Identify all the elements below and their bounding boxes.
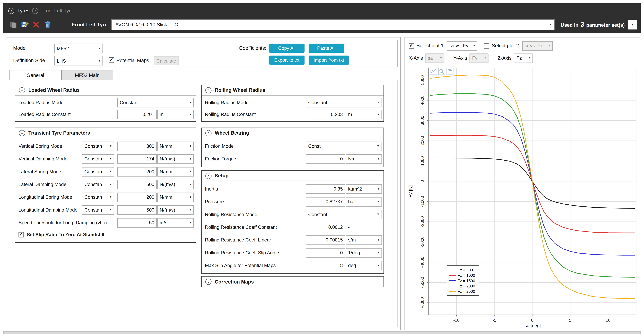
value-input[interactable]: 300 bbox=[117, 142, 157, 151]
expand-icon[interactable]: ∨ bbox=[205, 278, 212, 285]
unit-select[interactable]: 1/deg ▾ bbox=[346, 248, 382, 258]
chevron-down-icon: ▾ bbox=[108, 196, 112, 199]
plot1-type-select[interactable]: sa vs. Fy ▾ bbox=[447, 41, 477, 50]
chart-line-tool-icon[interactable] bbox=[430, 68, 437, 75]
transient-row: Vertical Damping Mode Constant ▾ 174 N/(… bbox=[18, 154, 192, 164]
used-in-dropdown[interactable]: ▾ bbox=[628, 20, 637, 30]
import-from-txt-button[interactable]: Import from txt bbox=[308, 56, 349, 64]
mode-select[interactable]: Constant ▾ bbox=[82, 167, 114, 176]
save-edit-icon[interactable] bbox=[20, 20, 30, 30]
inertia-input[interactable]: 0.35 bbox=[306, 184, 345, 194]
slip-ratio-checkbox[interactable] bbox=[18, 232, 24, 237]
value-input[interactable]: 200 bbox=[117, 192, 157, 202]
unit-select[interactable]: bar ▾ bbox=[346, 197, 382, 206]
unit-select[interactable]: m ▾ bbox=[346, 110, 382, 119]
speed-threshold-input[interactable]: 50 bbox=[117, 218, 157, 228]
rolling-resistance-mode-select[interactable]: Constant ▾ bbox=[306, 210, 382, 219]
x-axis-select[interactable]: sa ▾ bbox=[425, 53, 444, 63]
chevron-down-icon: ▾ bbox=[376, 264, 380, 267]
collapse-icon[interactable]: ∧ bbox=[205, 130, 212, 136]
y-axis-select[interactable]: Fy ▾ bbox=[470, 53, 488, 63]
rr-coeff-slip-angle-input[interactable]: 0 bbox=[306, 248, 345, 258]
rr-coeff-linear-input[interactable]: 0.00015 bbox=[306, 235, 345, 245]
rolling-radius-mode-select[interactable]: Constant ▾ bbox=[306, 98, 382, 107]
export-to-txt-button[interactable]: Export to txt bbox=[269, 56, 304, 64]
unit-select[interactable]: N/(m/s) ▾ bbox=[157, 154, 194, 164]
delete-icon[interactable] bbox=[31, 20, 41, 30]
select-plot1-label: Select plot 1 bbox=[416, 43, 444, 48]
loaded-radius-constant-input[interactable]: 0.201 bbox=[117, 110, 157, 119]
svg-text:Fz = 2500: Fz = 2500 bbox=[458, 289, 475, 294]
pressure-input[interactable]: 0.82737 bbox=[306, 197, 345, 206]
select-plot1-checkbox[interactable] bbox=[408, 43, 414, 48]
tab-mf52-main[interactable]: MF52 Main bbox=[61, 70, 113, 80]
collapse-icon[interactable]: ∧ bbox=[19, 87, 25, 93]
unit-select[interactable]: N/(m/s) ▾ bbox=[157, 180, 194, 189]
unit-select[interactable]: kgm^2 ▾ bbox=[346, 184, 382, 194]
value-input[interactable]: 500 bbox=[117, 205, 157, 215]
collapse-icon[interactable]: ∧ bbox=[205, 173, 212, 179]
unit-select[interactable]: N/mm ▾ bbox=[157, 192, 194, 202]
unit-select[interactable]: N/mm ▾ bbox=[157, 142, 194, 151]
max-slip-angle-input[interactable]: 8 bbox=[306, 261, 345, 270]
fy-vs-sa-chart[interactable]: -10-50510-6000-5000-4000-3000-2000-10000… bbox=[406, 64, 639, 329]
svg-text:10: 10 bbox=[606, 318, 610, 323]
value-input[interactable]: 500 bbox=[117, 180, 157, 189]
unit-select[interactable]: N/(m/s) ▾ bbox=[157, 205, 194, 215]
unit-select[interactable]: N/mm ▾ bbox=[157, 167, 194, 176]
axis-select-row: X-Axis sa ▾ Y-Axis Fy ▾ Z-Axis Fz ▾ bbox=[408, 53, 533, 63]
trash-icon[interactable] bbox=[43, 20, 52, 30]
copy-all-button[interactable]: Copy All bbox=[269, 44, 304, 52]
svg-text:1000: 1000 bbox=[420, 156, 425, 166]
definition-side-select[interactable]: LHS ▾ bbox=[54, 56, 103, 66]
potential-maps-checkbox[interactable] bbox=[108, 57, 114, 62]
chevron-down-icon: ▾ bbox=[98, 59, 100, 62]
collapse-icon[interactable]: ∧ bbox=[205, 87, 212, 93]
model-select[interactable]: MF52 ▾ bbox=[54, 44, 103, 53]
mode-select[interactable]: Constant ▾ bbox=[82, 142, 114, 151]
rolling-radius-constant-input[interactable]: 0.203 bbox=[306, 110, 345, 119]
copy-parameter-set-icon[interactable] bbox=[8, 20, 18, 30]
select-plot2-checkbox[interactable] bbox=[484, 43, 489, 48]
unit-select[interactable]: deg ▾ bbox=[346, 261, 382, 270]
rr-coeff-constant-input[interactable]: 0.0012 bbox=[306, 222, 345, 232]
chevron-down-icon: ▾ bbox=[376, 101, 379, 104]
section-title: Wheel Bearing bbox=[215, 130, 249, 136]
model-box: Model MF52 ▾ Definition Side LHS ▾ Poten… bbox=[8, 40, 398, 67]
zoom-tool-icon[interactable] bbox=[438, 68, 445, 75]
friction-mode-select[interactable]: Const ▾ bbox=[306, 142, 382, 151]
copy-chart-tool-icon[interactable] bbox=[446, 68, 454, 75]
section-correction-maps: ∨ Correction Maps bbox=[201, 276, 384, 287]
unit-select[interactable]: Nm ▾ bbox=[346, 154, 382, 164]
value-input[interactable]: 174 bbox=[117, 154, 157, 164]
calculate-button[interactable]: Calculate bbox=[154, 56, 178, 65]
transient-row: Lateral Damping Mode Constant ▾ 500 N/(m… bbox=[18, 180, 192, 189]
collapse-icon[interactable]: ∧ bbox=[19, 130, 25, 136]
unit-select[interactable]: m/s ▾ bbox=[157, 218, 194, 228]
mode-select[interactable]: Constant ▾ bbox=[82, 180, 114, 189]
value-input[interactable]: 200 bbox=[117, 167, 157, 176]
mode-select[interactable]: Constant ▾ bbox=[82, 154, 114, 164]
unit-select[interactable]: s/m ▾ bbox=[346, 235, 382, 245]
bottom-scrollbar[interactable] bbox=[3, 331, 641, 334]
chevron-down-icon: ▾ bbox=[108, 208, 112, 212]
chevron-down-icon: ▾ bbox=[98, 47, 100, 50]
loaded-radius-mode-select[interactable]: Constant ▾ bbox=[117, 98, 194, 107]
mode-select[interactable]: Constant ▾ bbox=[82, 192, 114, 202]
friction-torque-input[interactable]: 0 bbox=[306, 154, 345, 164]
speed-threshold-row: Speed Threshold for Long. Damping (vLo) … bbox=[18, 218, 192, 228]
tyre-name-select[interactable]: AVON 6.0/16.0-10 Slick TTC ▾ bbox=[112, 19, 555, 30]
z-axis-select[interactable]: Fz ▾ bbox=[514, 53, 533, 63]
chevron-down-icon: ▾ bbox=[188, 113, 191, 116]
paste-all-button[interactable]: Paste All bbox=[308, 44, 344, 52]
mode-select[interactable]: Constant ▾ bbox=[82, 205, 114, 215]
unit-select[interactable]: m ▾ bbox=[157, 110, 194, 119]
chevron-down-icon: ▾ bbox=[550, 23, 551, 26]
tab-general[interactable]: General bbox=[10, 70, 62, 80]
chevron-down-icon: ▾ bbox=[376, 238, 380, 242]
breadcrumb-tyres[interactable]: Tyres bbox=[17, 8, 29, 14]
copy-icon bbox=[9, 20, 17, 29]
chevron-right-circle-icon[interactable]: › bbox=[8, 8, 14, 14]
svg-text:Fz = 2000: Fz = 2000 bbox=[458, 284, 475, 288]
plot2-type-select[interactable]: sr vs. Fx ▾ bbox=[522, 41, 553, 50]
